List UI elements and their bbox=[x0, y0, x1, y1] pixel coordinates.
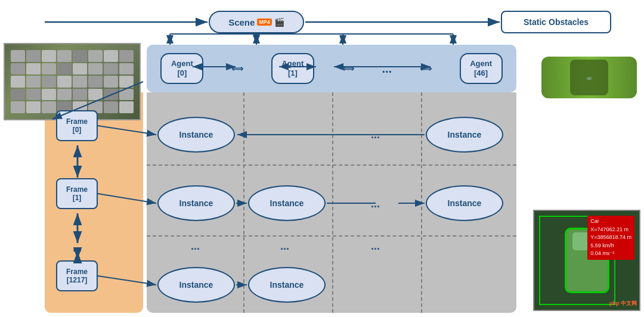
frame-0-box: Frame[0] bbox=[56, 110, 98, 141]
dashed-col-2 bbox=[332, 92, 333, 313]
agent-0-1-arrow: ⟺ bbox=[231, 64, 243, 73]
car-detection-panel: Car X=747062.21 m Y=3856818.74 m 5.59 km… bbox=[533, 210, 640, 311]
instance-r1-c0: Instance bbox=[157, 185, 235, 221]
car-type: Car bbox=[590, 218, 599, 224]
agent-1-box: Agent[1] bbox=[271, 53, 314, 84]
agent-1-dots-arrow: ⟺ bbox=[342, 64, 354, 73]
dashed-col-1 bbox=[243, 92, 244, 313]
agent-46-box: Agent[46] bbox=[460, 53, 503, 84]
car-accel: 0.04 ms⁻² bbox=[590, 250, 614, 256]
agent-area: Agent[0] ⟺ Agent[1] ⟺ ... ⟺ Agent[46] bbox=[147, 45, 516, 92]
scene-box: Scene MP4 🎬 bbox=[209, 11, 304, 33]
instance-r1-c46: Instance bbox=[426, 185, 503, 221]
col46-dots: ... bbox=[371, 240, 380, 253]
scene-label: Scene bbox=[228, 17, 255, 27]
dashed-col-3 bbox=[421, 92, 422, 313]
agent-0-box: Agent[0] bbox=[160, 53, 203, 84]
agent-dots: ... bbox=[382, 62, 392, 76]
instance-r0-c46: Instance bbox=[426, 117, 503, 153]
mp4-badge: MP4 bbox=[257, 18, 272, 26]
car-speed: 5.59 km/h bbox=[590, 243, 614, 248]
agent-dots-46-arrow: ⟺ bbox=[420, 64, 432, 73]
col0-dots: ... bbox=[191, 240, 200, 253]
aerial-image bbox=[4, 43, 141, 120]
col1-dots: ... bbox=[280, 240, 289, 253]
diagram-container: 🚌 Car X=747062.21 m Y=3856818.74 m 5.59 … bbox=[0, 0, 644, 317]
frame-1-box: Frame[1] bbox=[56, 178, 98, 209]
static-obstacles-label: Static Obstacles bbox=[524, 17, 589, 27]
mp4-icon: 🎬 bbox=[274, 17, 284, 27]
dashed-row-1 bbox=[147, 164, 516, 166]
dashed-row-2 bbox=[147, 235, 516, 237]
car-x: X=747062.21 m bbox=[590, 226, 628, 232]
car-top-image: 🚌 bbox=[541, 57, 637, 98]
frame-dots: ... bbox=[73, 242, 82, 254]
frame-last-box: Frame[1217] bbox=[56, 260, 98, 291]
watermark: php 中文网 bbox=[609, 300, 637, 307]
instance-rl-c0: Instance bbox=[157, 267, 235, 303]
row0-dots: ... bbox=[371, 129, 380, 141]
instance-r0-c0: Instance bbox=[157, 117, 235, 153]
car-y: Y=3856818.74 m bbox=[590, 234, 631, 240]
instance-rl-c1: Instance bbox=[248, 267, 326, 303]
instance-r1-c1: Instance bbox=[248, 185, 326, 221]
car-info-label: Car X=747062.21 m Y=3856818.74 m 5.59 km… bbox=[587, 216, 634, 260]
row1-dots: ... bbox=[371, 198, 380, 210]
static-obstacles-box: Static Obstacles bbox=[501, 11, 611, 33]
